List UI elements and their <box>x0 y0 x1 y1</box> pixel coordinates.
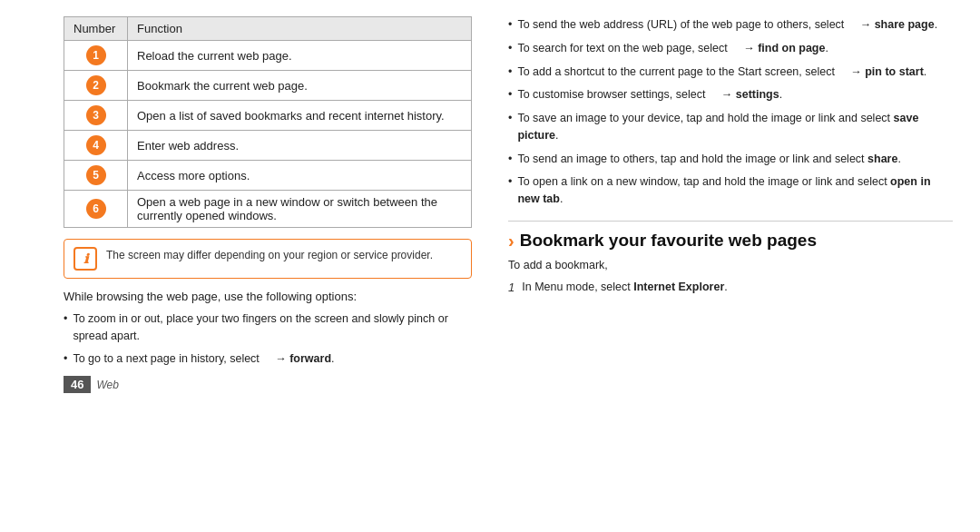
right-bullet-item: To customise browser settings, select → … <box>508 86 953 103</box>
browse-intro: While browsing the web page, use the fol… <box>64 290 472 303</box>
right-bullet-text: To open a link on a new window, tap and … <box>517 173 953 208</box>
row-number: 5 <box>64 161 128 191</box>
bookmark-step-1: 1 In Menu mode, select Internet Explorer… <box>508 279 953 297</box>
row-function: Bookmark the current web page. <box>128 71 472 101</box>
circle-number: 2 <box>86 75 106 95</box>
bookmark-heading-text: Bookmark your favourite web pages <box>520 231 817 251</box>
note-box: ℹ The screen may differ depending on you… <box>64 239 472 279</box>
row-function: Reload the current web page. <box>128 41 472 71</box>
circle-number: 1 <box>86 45 106 65</box>
page-number: 46 <box>64 376 91 393</box>
page-footer: 46 Web <box>64 376 472 393</box>
note-text: The screen may differ depending on your … <box>106 247 433 263</box>
table-row: 3 Open a list of saved bookmarks and rec… <box>64 101 472 131</box>
right-bullet-text: To send the web address (URL) of the web… <box>517 16 937 34</box>
row-function: Open a list of saved bookmarks and recen… <box>128 101 472 131</box>
table-row: 5 Access more options. <box>64 161 472 191</box>
right-bullet-text: To save an image to your device, tap and… <box>517 110 953 144</box>
table-header-number: Number <box>64 17 128 41</box>
table-header-function: Function <box>128 17 472 41</box>
right-bullet-text: To customise browser settings, select → … <box>517 86 782 103</box>
bookmark-intro: To add a bookmark, <box>508 259 953 271</box>
page-label: Web <box>96 379 118 391</box>
browse-list: To zoom in or out, place your two finger… <box>64 310 472 367</box>
step-number: 1 <box>508 279 514 297</box>
browse-item-2-text: To go to a next page in history, select … <box>73 350 334 368</box>
row-function: Open a web page in a new window or switc… <box>128 191 472 228</box>
function-table: Number Function 1 Reload the current web… <box>64 16 472 228</box>
browse-item-1-text: To zoom in or out, place your two finger… <box>73 310 472 345</box>
step-text: In Menu mode, select Internet Explorer. <box>522 279 728 296</box>
right-bullet-list: To send the web address (URL) of the web… <box>508 16 953 208</box>
chevron-icon: › <box>508 231 514 251</box>
right-bullet-item: To send the web address (URL) of the web… <box>508 16 953 34</box>
right-bullet-item: To open a link on a new window, tap and … <box>508 173 953 208</box>
row-number: 3 <box>64 101 128 131</box>
row-function: Access more options. <box>128 161 472 191</box>
browse-item-1: To zoom in or out, place your two finger… <box>64 310 472 345</box>
table-row: 6 Open a web page in a new window or swi… <box>64 191 472 228</box>
row-function: Enter web address. <box>128 131 472 161</box>
right-bullet-item: To search for text on the web page, sele… <box>508 40 953 57</box>
right-column: To send the web address (URL) of the web… <box>490 0 980 532</box>
right-bullet-text: To search for text on the web page, sele… <box>517 40 828 57</box>
right-bullet-text: To add a shortcut to the current page to… <box>517 64 926 81</box>
right-bullet-item: To add a shortcut to the current page to… <box>508 64 953 81</box>
browse-item-2: To go to a next page in history, select … <box>64 350 472 368</box>
row-number: 2 <box>64 71 128 101</box>
right-bullet-text: To send an image to others, tap and hold… <box>517 151 901 168</box>
row-number: 6 <box>64 191 128 228</box>
circle-number: 5 <box>86 165 106 185</box>
circle-number: 3 <box>86 105 106 125</box>
right-bullet-item: To send an image to others, tap and hold… <box>508 151 953 168</box>
table-row: 1 Reload the current web page. <box>64 41 472 71</box>
circle-number: 4 <box>86 135 106 155</box>
left-column: Number Function 1 Reload the current web… <box>0 0 490 532</box>
note-icon: ℹ <box>74 247 97 271</box>
row-number: 1 <box>64 41 128 71</box>
row-number: 4 <box>64 131 128 161</box>
bookmark-heading: › Bookmark your favourite web pages <box>508 221 953 251</box>
table-row: 2 Bookmark the current web page. <box>64 71 472 101</box>
right-bullet-item: To save an image to your device, tap and… <box>508 110 953 144</box>
circle-number: 6 <box>86 199 106 219</box>
table-row: 4 Enter web address. <box>64 131 472 161</box>
